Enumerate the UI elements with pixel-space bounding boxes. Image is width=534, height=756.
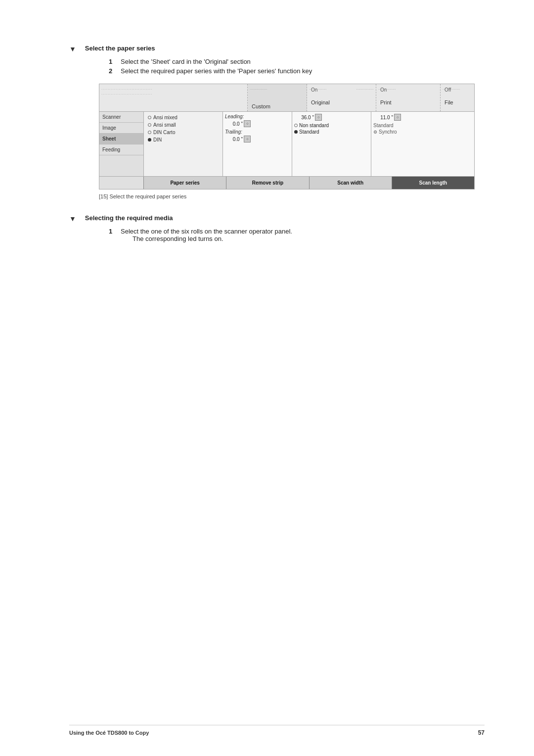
step2-1-text2: The corresponding led turns on.: [133, 235, 223, 242]
footer-page: 57: [478, 729, 485, 736]
step1-2-num: 2: [109, 67, 117, 75]
radio-ansimixed: [148, 116, 151, 119]
ui-strip-column: Leading: 0.0 " ⁘ Trailing: 0.0 " ⁘: [223, 112, 292, 176]
tab-original-sub: On: [311, 87, 372, 93]
page-footer: Using the Océ TDS800 to Copy 57: [69, 725, 485, 736]
ui-funcbar: Paper series Remove strip Scan width Sca…: [99, 176, 474, 189]
sidebar-item-feeding[interactable]: Feeding: [99, 144, 143, 155]
section1-heading: ▼ Select the paper series: [69, 45, 485, 53]
paper-label-ansimixed: Ansi mixed: [153, 115, 178, 120]
paper-label-din: DIN: [153, 137, 162, 142]
tab-original[interactable]: On Original: [307, 84, 376, 111]
step1-2: 2 Select the required paper series with …: [109, 67, 485, 75]
func-btn-scan-length[interactable]: Scan length: [392, 177, 474, 189]
leading-row: 0.0 " ⁘: [225, 120, 290, 127]
standard-option[interactable]: Standard: [294, 129, 369, 135]
radio-dincarto: [148, 131, 151, 134]
sidebar-item-image[interactable]: Image: [99, 123, 143, 134]
leading-label: Leading:: [225, 114, 290, 119]
tab-left-empty: [99, 84, 248, 111]
synchro-icon: ⚙: [373, 130, 377, 135]
ui-scan-length-column: 11.0 " ⁘ Standard ⚙ Synchro: [371, 112, 474, 176]
tab-print[interactable]: On Print: [376, 84, 441, 111]
radio-standard: [294, 130, 298, 134]
nonstandard-label: Non standard: [299, 123, 329, 128]
paper-item-din[interactable]: DIN: [146, 136, 221, 143]
trailing-label: Trailing:: [225, 129, 290, 135]
step1-2-text: Select the required paper series with th…: [121, 67, 312, 75]
section2-steps: 1 Select the one of the six rolls on the…: [109, 228, 485, 242]
step2-1-num: 1: [109, 228, 117, 242]
tab-file[interactable]: Off File: [441, 84, 474, 111]
step1-1: 1 Select the 'Sheet' card in the 'Origin…: [109, 58, 485, 65]
scan-length-spinner[interactable]: ⁘: [394, 114, 401, 121]
standard-label: Standard: [299, 129, 319, 135]
tab-bar: Custom On Original On Print Off File: [99, 84, 474, 112]
screenshot-caption: [15] Select the required paper series: [99, 193, 485, 199]
sidebar-item-scanner[interactable]: Scanner: [99, 112, 143, 123]
leading-value: 0.0 ": [225, 121, 244, 127]
scan-length-value: 11.0 ": [373, 115, 394, 120]
step2-1: 1 Select the one of the six rolls on the…: [109, 228, 485, 242]
ui-paper-list: Ansi mixed Ansi small DIN Carto DIN: [144, 112, 223, 176]
paper-item-ansismall[interactable]: Ansi small: [146, 121, 221, 129]
nonstandard-option[interactable]: Non standard: [294, 123, 369, 128]
step2-1-text: Select the one of the six rolls on the s…: [121, 228, 292, 242]
paper-item-dincarto[interactable]: DIN Carto: [146, 129, 221, 136]
footer-title: Using the Océ TDS800 to Copy: [69, 730, 149, 736]
section1-steps: 1 Select the 'Sheet' card in the 'Origin…: [109, 58, 485, 75]
func-btn-scan-width[interactable]: Scan width: [310, 177, 392, 189]
tab-print-label: Print: [380, 99, 436, 105]
func-btn-remove-strip[interactable]: Remove strip: [226, 177, 309, 189]
ui-scan-width-column: 36.0 " ⁘ Non standard Standard: [292, 112, 371, 176]
sidebar-item-sheet[interactable]: Sheet: [99, 134, 143, 144]
leading-spinner[interactable]: ⁘: [244, 120, 251, 127]
synchro-label: Synchro: [379, 129, 397, 135]
trailing-row: 0.0 " ⁘: [225, 136, 290, 142]
tab-custom-label: Custom: [252, 103, 303, 109]
paper-label-dincarto: DIN Carto: [153, 130, 175, 135]
scan-width-value: 36.0 ": [294, 115, 315, 120]
ui-sidebar: Scanner Image Sheet Feeding: [99, 112, 144, 176]
scan-width-row: 36.0 " ⁘: [294, 114, 369, 121]
ui-main: Scanner Image Sheet Feeding Ansi mixed A…: [99, 112, 474, 176]
tab-print-sub: On: [380, 87, 436, 93]
section2-heading: ▼ Selecting the required media: [69, 214, 485, 223]
tab-custom[interactable]: Custom: [248, 84, 307, 111]
radio-nonstandard: [294, 124, 298, 127]
step1-1-text: Select the 'Sheet' card in the 'Original…: [121, 58, 251, 65]
synchro-option[interactable]: ⚙ Synchro: [373, 129, 472, 135]
trailing-spinner[interactable]: ⁘: [244, 136, 251, 142]
standard-length-option[interactable]: Standard: [373, 123, 472, 128]
section1-title: Select the paper series: [85, 45, 155, 52]
bullet1-icon: ▼: [69, 45, 76, 53]
section2-title: Selecting the required media: [85, 214, 173, 222]
page-container: ▼ Select the paper series 1 Select the '…: [0, 0, 534, 756]
ui-screenshot: Custom On Original On Print Off File Sca…: [99, 84, 475, 189]
func-btn-paper-series[interactable]: Paper series: [144, 177, 226, 189]
paper-item-ansimixed[interactable]: Ansi mixed: [146, 114, 221, 121]
bullet2-icon: ▼: [69, 215, 76, 223]
scan-length-row: 11.0 " ⁘: [373, 114, 472, 121]
standard-length-label: Standard: [373, 123, 394, 128]
radio-din: [148, 138, 151, 142]
paper-label-ansismall: Ansi small: [153, 122, 176, 128]
tab-file-label: File: [445, 99, 470, 105]
scan-width-spinner[interactable]: ⁘: [315, 114, 322, 121]
trailing-value: 0.0 ": [225, 137, 244, 142]
step1-1-num: 1: [109, 58, 117, 65]
funcbar-empty: [99, 177, 144, 189]
tab-file-sub: Off: [445, 87, 470, 93]
tab-original-label: Original: [311, 99, 372, 105]
radio-ansismall: [148, 123, 151, 127]
